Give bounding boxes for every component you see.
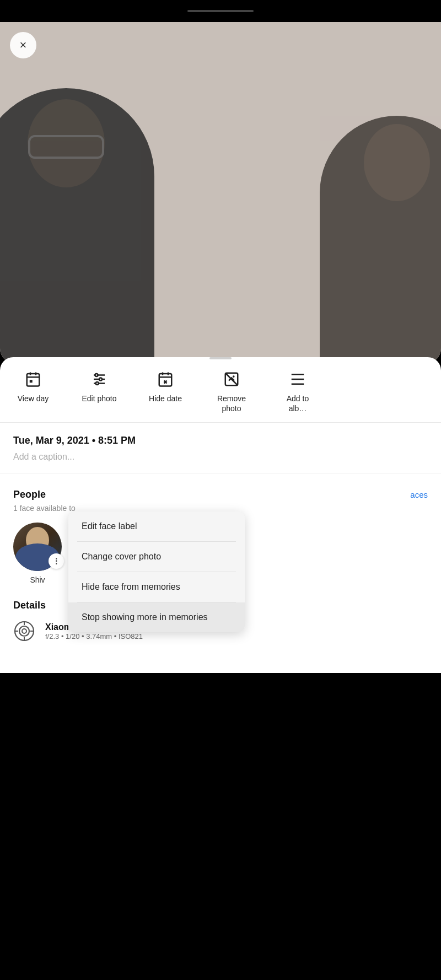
person-name-shiv: Shiv: [30, 575, 45, 584]
person-right-silhouette: [320, 116, 441, 364]
toolbar-item-remove-photo[interactable]: Removephoto: [198, 369, 265, 413]
sliders-icon: [89, 369, 109, 389]
people-title: People: [13, 489, 46, 500]
context-menu: Edit face label Change cover photo Hide …: [68, 511, 245, 632]
svg-point-25: [22, 629, 26, 633]
calendar-x-icon: [155, 369, 175, 389]
toolbar-label-edit-photo: Edit photo: [82, 394, 116, 403]
svg-point-19: [233, 375, 235, 378]
status-bar-line: [187, 10, 254, 12]
close-icon: ×: [20, 39, 27, 51]
toolbar-label-remove-photo: Removephoto: [217, 394, 246, 413]
people-header: People aces: [13, 489, 428, 500]
svg-point-9: [99, 378, 102, 381]
toolbar-label-hide-date: Hide date: [149, 394, 182, 403]
info-panel: View day Edit photo: [0, 357, 441, 673]
image-off-icon: [222, 369, 241, 389]
calendar-icon: [23, 369, 43, 389]
svg-rect-4: [30, 380, 33, 383]
camera-icon: [13, 620, 35, 642]
context-menu-edit-face-label[interactable]: Edit face label: [68, 511, 245, 541]
toolbar-label-view-day: View day: [18, 394, 49, 403]
action-toolbar: View day Edit photo: [0, 359, 441, 423]
photo-container: ×: [0, 22, 441, 364]
svg-rect-11: [159, 374, 172, 386]
menu-icon: [288, 369, 308, 389]
caption-field[interactable]: Add a caption...: [13, 452, 428, 462]
context-menu-change-cover[interactable]: Change cover photo: [68, 542, 245, 572]
context-menu-hide-face[interactable]: Hide face from memories: [68, 572, 245, 602]
svg-point-8: [95, 374, 98, 376]
toolbar-item-edit-photo[interactable]: Edit photo: [66, 369, 132, 403]
svg-point-24: [19, 626, 29, 636]
photo-background: [0, 22, 441, 364]
people-section: People aces 1 face available to ⋮ Shiv ⋮…: [0, 480, 441, 584]
device-meta: f/2.3 • 1/20 • 3.74mm • ISO821: [45, 632, 143, 640]
toolbar-item-hide-date[interactable]: Hide date: [132, 369, 198, 403]
svg-point-10: [96, 382, 99, 385]
divider-1: [0, 473, 441, 473]
context-menu-stop-showing[interactable]: Stop showing more in memories: [68, 602, 245, 632]
people-row: ⋮ Shiv ⋮ Add name Edit face label Change…: [13, 523, 428, 584]
person-left-silhouette: [0, 88, 154, 364]
svg-line-18: [225, 373, 238, 386]
toolbar-item-view-day[interactable]: View day: [0, 369, 66, 403]
close-button[interactable]: ×: [10, 32, 36, 58]
svg-rect-0: [27, 374, 40, 386]
faces-link[interactable]: aces: [410, 490, 428, 499]
person-card-shiv: ⋮ Shiv: [13, 523, 62, 584]
date-section: Tue, Mar 9, 2021 • 8:51 PM Add a caption…: [0, 423, 441, 466]
toolbar-label-add-album: Add toalb…: [287, 394, 309, 413]
toolbar-item-add-album[interactable]: Add toalb…: [265, 369, 331, 413]
date-display: Tue, Mar 9, 2021 • 8:51 PM: [13, 435, 428, 446]
top-bar: [0, 0, 441, 22]
